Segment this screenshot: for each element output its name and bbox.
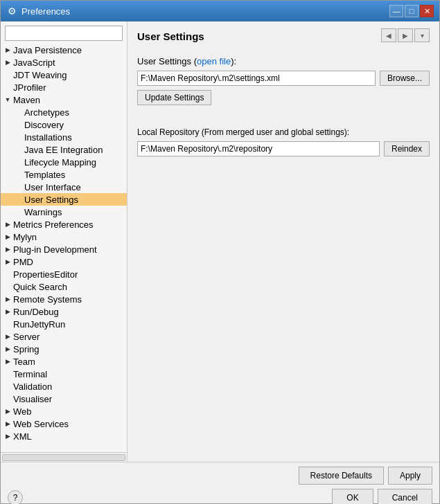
- sidebar-item-jprofiler[interactable]: JProfiler: [1, 81, 127, 93]
- label-run-debug: Run/Debug: [13, 307, 59, 317]
- label-lifecycle: Lifecycle Mapping: [24, 157, 96, 168]
- label-user-settings: User Settings: [24, 195, 78, 205]
- sidebar-item-terminal[interactable]: Terminal: [1, 368, 127, 380]
- sidebar-item-team[interactable]: Team: [1, 355, 127, 368]
- sidebar-item-jdt-weaving[interactable]: JDT Weaving: [1, 69, 127, 81]
- sidebar-item-web[interactable]: Web: [1, 405, 127, 417]
- sidebar-item-quick-search[interactable]: Quick Search: [1, 280, 127, 293]
- sidebar-scrollbar[interactable]: [1, 452, 127, 462]
- sidebar-item-server[interactable]: Server: [1, 330, 127, 343]
- arrow-pmd: [3, 258, 12, 266]
- content-header: User Settings ◀ ▶ ▾: [137, 28, 430, 49]
- label-templates: Templates: [24, 170, 65, 180]
- sidebar-item-visualiser[interactable]: Visualiser: [1, 393, 127, 405]
- sidebar-item-warnings[interactable]: Warnings: [1, 206, 127, 218]
- label-spring: Spring: [13, 344, 39, 354]
- sidebar-item-lifecycle[interactable]: Lifecycle Mapping: [1, 156, 127, 168]
- label-remote-systems: Remote Systems: [13, 294, 82, 305]
- restore-button[interactable]: □: [405, 5, 419, 17]
- content-pane: User Settings ◀ ▶ ▾ User Settings (open …: [127, 21, 439, 462]
- label-java-persistence: Java Persistence: [13, 45, 82, 55]
- arrow-team: [3, 357, 12, 366]
- tree-container[interactable]: Java Persistence JavaScript JDT Weaving …: [1, 44, 127, 452]
- sidebar-item-run-debug[interactable]: Run/Debug: [1, 305, 127, 318]
- sidebar-item-archetypes[interactable]: Archetypes: [1, 106, 127, 118]
- arrow-installations: [15, 133, 23, 141]
- arrow-java-ee: [15, 145, 23, 154]
- title-bar-left: ⚙ Preferences: [6, 6, 70, 17]
- sidebar-item-run-jetty[interactable]: RunJettyRun: [1, 318, 127, 330]
- sidebar-item-discovery[interactable]: Discovery: [1, 118, 127, 131]
- filter-input[interactable]: [5, 26, 123, 41]
- sidebar-item-mylyn[interactable]: Mylyn: [1, 231, 127, 243]
- local-repo-path-input[interactable]: [137, 141, 380, 156]
- minimize-button[interactable]: —: [389, 5, 403, 17]
- arrow-validation: [3, 382, 12, 390]
- sidebar-item-installations[interactable]: Installations: [1, 131, 127, 143]
- sidebar-item-remote-systems[interactable]: Remote Systems: [1, 293, 127, 305]
- arrow-run-jetty: [3, 320, 12, 328]
- help-button[interactable]: ?: [8, 490, 23, 504]
- sidebar-item-javascript[interactable]: JavaScript: [1, 56, 127, 69]
- sidebar-item-templates[interactable]: Templates: [1, 168, 127, 181]
- sidebar-item-web-services[interactable]: Web Services: [1, 417, 127, 430]
- arrow-spring: [3, 345, 12, 353]
- label-warnings: Warnings: [24, 207, 62, 217]
- apply-button[interactable]: Apply: [388, 467, 432, 485]
- cancel-button[interactable]: Cancel: [378, 489, 432, 504]
- label-web: Web: [13, 406, 32, 417]
- label-mylyn: Mylyn: [13, 232, 37, 242]
- arrow-user-interface: [15, 183, 23, 191]
- sidebar-item-xml[interactable]: XML: [1, 430, 127, 442]
- nav-back-button[interactable]: ◀: [381, 28, 396, 42]
- arrow-remote: [3, 295, 12, 303]
- arrow-java-persistence: [3, 46, 12, 54]
- arrow-terminal: [3, 370, 12, 378]
- browse-button[interactable]: Browse...: [380, 71, 430, 86]
- title-bar: ⚙ Preferences — □ ✕: [1, 1, 439, 21]
- title-bar-controls: — □ ✕: [389, 5, 434, 17]
- nav-dropdown-button[interactable]: ▾: [414, 28, 430, 42]
- ok-button[interactable]: OK: [332, 489, 373, 504]
- restore-defaults-button[interactable]: Restore Defaults: [299, 467, 384, 485]
- update-settings-button[interactable]: Update Settings: [137, 90, 211, 105]
- sidebar-item-pmd[interactable]: PMD: [1, 255, 127, 268]
- bottom-bar: Restore Defaults Apply ? OK Cancel: [1, 462, 439, 503]
- arrow-maven: [3, 96, 12, 104]
- close-button[interactable]: ✕: [420, 5, 434, 17]
- user-settings-label: User Settings (open file):: [137, 56, 430, 66]
- label-archetypes: Archetypes: [24, 107, 69, 118]
- arrow-web-services: [3, 420, 12, 428]
- sidebar-item-spring[interactable]: Spring: [1, 343, 127, 355]
- arrow-metrics: [3, 220, 12, 228]
- arrow-xml: [3, 432, 12, 440]
- label-pmd: PMD: [13, 257, 33, 267]
- arrow-archetypes: [15, 108, 23, 116]
- sidebar-item-java-persistence[interactable]: Java Persistence: [1, 44, 127, 56]
- arrow-mylyn: [3, 233, 12, 241]
- arrow-javascript: [3, 58, 12, 66]
- local-repo-path-row: Reindex: [137, 141, 430, 156]
- arrow-plugin: [3, 245, 12, 253]
- local-repo-label: Local Repository (From merged user and g…: [137, 127, 430, 137]
- arrow-jdt: [3, 71, 12, 79]
- sidebar-item-user-settings[interactable]: User Settings: [1, 193, 127, 206]
- sidebar-item-java-ee[interactable]: Java EE Integration: [1, 143, 127, 156]
- label-server: Server: [13, 332, 39, 342]
- reindex-button[interactable]: Reindex: [384, 141, 430, 156]
- nav-arrows: ◀ ▶ ▾: [381, 28, 430, 42]
- search-box-container: [1, 21, 127, 44]
- arrow-lifecycle: [15, 158, 23, 166]
- open-file-link[interactable]: open file: [197, 56, 231, 66]
- h-scrollbar[interactable]: [2, 454, 125, 461]
- nav-forward-button[interactable]: ▶: [398, 28, 413, 42]
- main-area: Java Persistence JavaScript JDT Weaving …: [1, 21, 439, 462]
- sidebar-item-user-interface[interactable]: User Interface: [1, 181, 127, 193]
- sidebar-item-properties-editor[interactable]: PropertiesEditor: [1, 268, 127, 280]
- window-title: Preferences: [21, 6, 70, 17]
- sidebar-item-metrics[interactable]: Metrics Preferences: [1, 218, 127, 231]
- user-settings-path-input[interactable]: [137, 71, 376, 86]
- sidebar-item-plugin-dev[interactable]: Plug-in Development: [1, 243, 127, 255]
- sidebar-item-maven[interactable]: Maven: [1, 93, 127, 106]
- sidebar-item-validation[interactable]: Validation: [1, 380, 127, 393]
